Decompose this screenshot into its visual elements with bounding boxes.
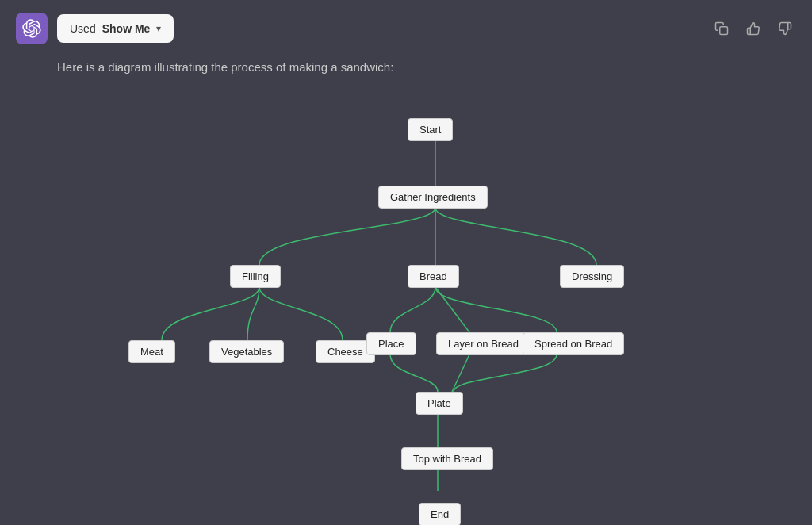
chevron-down-icon: ▾ bbox=[156, 23, 161, 34]
node-spreadbread: Spread on Bread bbox=[523, 332, 624, 355]
node-vegetables: Vegetables bbox=[209, 340, 284, 363]
node-topbread: Top with Bread bbox=[401, 447, 493, 470]
node-gather: Gather Ingredients bbox=[378, 186, 488, 209]
node-filling: Filling bbox=[230, 265, 281, 288]
used-label: Used bbox=[70, 22, 96, 35]
diagram-wrapper: Start Gather Ingredients Filling Bread D… bbox=[49, 94, 763, 491]
header: Used Show Me ▾ bbox=[0, 0, 812, 57]
thumbdown-button[interactable] bbox=[774, 17, 796, 40]
node-dressing: Dressing bbox=[560, 265, 624, 288]
used-show-button[interactable]: Used Show Me ▾ bbox=[57, 14, 174, 43]
node-layerbread: Layer on Bread bbox=[436, 332, 530, 355]
copy-button[interactable] bbox=[710, 17, 733, 40]
svg-line-4 bbox=[452, 354, 469, 392]
description-text: Here is a diagram illustrating the proce… bbox=[0, 57, 812, 86]
node-bread: Bread bbox=[408, 265, 459, 288]
avatar bbox=[16, 13, 48, 44]
svg-rect-0 bbox=[720, 27, 728, 35]
svg-line-3 bbox=[435, 287, 469, 332]
diagram-container: Start Gather Ingredients Filling Bread D… bbox=[0, 86, 812, 491]
node-plate: Plate bbox=[416, 392, 463, 415]
node-end: End bbox=[419, 503, 461, 525]
show-bold: Show Me bbox=[102, 22, 151, 35]
diagram-svg bbox=[49, 94, 763, 491]
header-left: Used Show Me ▾ bbox=[16, 13, 174, 44]
node-start: Start bbox=[408, 118, 453, 141]
node-place: Place bbox=[366, 332, 416, 355]
header-right bbox=[710, 17, 796, 40]
node-meat: Meat bbox=[128, 340, 175, 363]
thumbup-button[interactable] bbox=[742, 17, 764, 40]
